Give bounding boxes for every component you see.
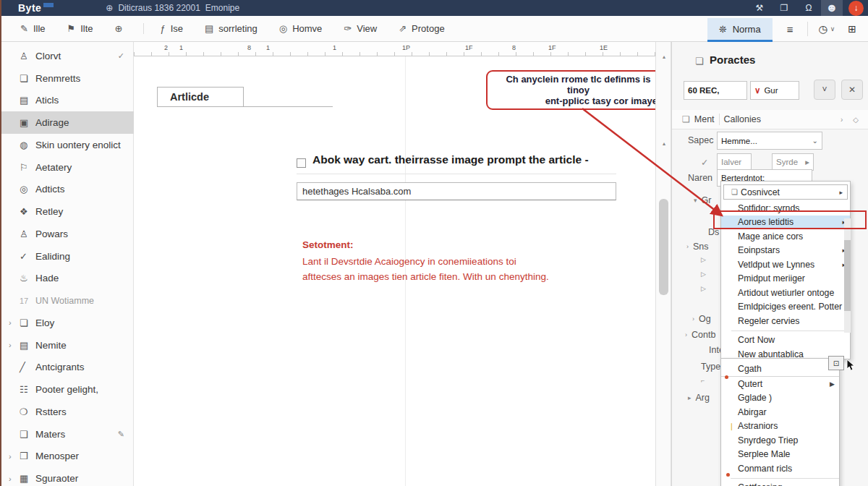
url-input[interactable] — [297, 182, 616, 200]
tree-node-label[interactable]: › Contb — [685, 330, 715, 340]
tree-node-label[interactable]: ▷ — [701, 270, 710, 278]
menu-item[interactable]: ❘ Astraniors — [721, 419, 839, 434]
sidebar-item[interactable]: › ▤ Nemite — [0, 334, 134, 357]
heading-checkbox[interactable] — [297, 158, 306, 168]
menu-item[interactable]: Aorues letidtis ▸ — [721, 216, 850, 230]
tree-node-label[interactable]: › Sns — [686, 242, 709, 252]
scrollbar-thumb[interactable] — [659, 199, 668, 295]
rec-field[interactable]: 60 REC, — [684, 81, 747, 100]
tree-expander-icon[interactable]: › — [692, 315, 694, 323]
diamond-icon[interactable]: ◇ — [853, 116, 859, 124]
account-button[interactable]: ☻ — [821, 0, 843, 16]
scroll-up-icon[interactable]: ▴ — [656, 54, 672, 60]
window-icon[interactable]: ❐ — [772, 3, 796, 13]
chevron-right-icon[interactable]: › — [9, 452, 20, 461]
menu-item[interactable]: Serplee Male — [721, 448, 839, 462]
view-mode-button[interactable]: ❊ Norma — [707, 18, 773, 42]
menu-item[interactable]: Eoinpstars ▸ — [721, 244, 850, 258]
tree-node-label[interactable]: ⌐ — [701, 377, 709, 384]
sidebar-item[interactable]: ♙ Powars — [0, 223, 134, 245]
sidebar-item[interactable]: ❖ Retley — [0, 200, 134, 223]
toolbar-menu-item[interactable]: ⚑ Ilte — [67, 23, 93, 34]
menu-item[interactable] — [721, 476, 839, 481]
tree-node-label[interactable]: ▸ Arg — [688, 393, 710, 403]
gur-dropdown[interactable]: ∨ Gur — [750, 81, 799, 100]
tree-expander-icon[interactable]: ⌐ — [701, 377, 705, 384]
menu-item[interactable]: Vetldput we Lynnes ▸ — [721, 257, 850, 272]
menu-item[interactable]: Sotfidor: syrnds — [721, 201, 850, 216]
sidebar-item[interactable]: ❏ Renmretts — [0, 67, 134, 90]
sidebar-item[interactable]: ♨ Hade — [0, 268, 134, 290]
ment-row[interactable]: ❏ Ment Callonies › ◇ — [672, 110, 868, 129]
tools-icon[interactable]: ⚒ — [747, 3, 772, 13]
chevron-right-icon[interactable]: › — [9, 341, 20, 349]
tree-expander-icon[interactable]: ▸ — [688, 394, 692, 401]
sidebar-item[interactable]: ◎ Adticts — [0, 179, 134, 201]
bell-icon[interactable]: Ω — [796, 3, 821, 13]
sidebar-item[interactable]: ❑ Maters ✎ — [0, 423, 134, 446]
history-dropdown[interactable]: ◷ ∨ — [808, 23, 845, 35]
tab-article[interactable]: Artlicde — [157, 87, 244, 107]
sidebar-item[interactable]: ▤ Aticls — [0, 90, 134, 112]
menu-item[interactable]: Abirgar — [721, 405, 839, 419]
sidebar-item[interactable]: ◍ Skin uontery enolict — [0, 134, 134, 156]
scroll-up-icon[interactable]: ▴ — [656, 140, 672, 147]
menu-item[interactable]: Mage anice cors — [721, 229, 850, 244]
layout-icon[interactable]: ⊞ — [845, 23, 868, 35]
sidebar-item[interactable]: ♙ Clorvt ✓ — [0, 45, 134, 67]
close-button[interactable]: ✕ — [841, 80, 863, 100]
menu-item[interactable]: Pmidput meriiger — [721, 272, 850, 286]
sapec-dropdown[interactable]: Hemme... ⌄ — [717, 132, 822, 150]
vertical-scrollbar[interactable]: ▴ ▴ — [655, 42, 671, 486]
toolbar-menu-item[interactable]: ◎ Homve — [279, 23, 323, 34]
confirm-button[interactable]: ˅ — [814, 80, 835, 100]
sidebar-item[interactable]: 17 UN Wotiamme — [0, 289, 134, 312]
menu-item[interactable]: Emldpiciges ereent. Potter — [721, 300, 850, 315]
hamburger-menu-icon[interactable]: ≡ — [773, 23, 808, 35]
ialver-field[interactable]: Ialver — [717, 153, 752, 171]
tree-expander-icon[interactable]: ▷ — [701, 285, 706, 292]
menu-item[interactable]: Regeler cervies — [721, 314, 850, 328]
tree-node-label[interactable]: ▷ — [701, 256, 710, 263]
menu-item[interactable]: Conmant ricls — [721, 461, 839, 476]
sidebar-item[interactable]: ╱ Antcigrants — [0, 357, 134, 379]
sidebar-item[interactable]: › ❒ Menosper — [0, 446, 134, 468]
menu-item[interactable]: Cattfecsing — [721, 481, 839, 486]
sidebar-item[interactable]: › ▦ Sguraoter — [0, 467, 134, 486]
toolbar-menu-item[interactable]: ▤ sorrleting — [205, 23, 258, 34]
tree-node-label[interactable]: ▾ Gr — [694, 195, 711, 205]
tree-expander-icon[interactable]: › — [686, 243, 689, 250]
tree-node-label[interactable]: ▷ — [701, 285, 710, 292]
menu-item[interactable]: ❏ Cosnivcet ▸ — [723, 184, 848, 200]
tree-expander-icon[interactable]: › — [685, 331, 687, 338]
sidebar-item[interactable]: ☷ Pooter gelight, — [0, 378, 134, 401]
tree-expander-icon[interactable]: ▷ — [701, 256, 706, 263]
toolbar-menu-item[interactable]: ⊕ — [115, 23, 145, 34]
toolbar-menu-item[interactable]: ✎ Ille — [20, 23, 46, 34]
menu-item[interactable] — [721, 328, 850, 333]
download-badge-button[interactable]: ↓ — [848, 1, 864, 16]
menu-item[interactable]: Cort Now — [721, 333, 850, 348]
toolbar-menu-item[interactable]: ✑ View — [344, 23, 377, 34]
menu-item[interactable]: Artidout wetiurler ontoge — [721, 286, 850, 300]
sidebar-item[interactable]: › ❏ Eloy — [0, 312, 134, 334]
tree-node-label[interactable]: › Og — [692, 314, 711, 324]
toolbar-menu-item[interactable]: ƒ Ise — [160, 23, 183, 34]
toolbar-menu-item[interactable]: ⇗ Protoge — [399, 23, 444, 34]
menu-item[interactable]: Cgath — [721, 361, 839, 377]
window-mini-icon[interactable]: ⊡ — [828, 356, 844, 370]
chevron-right-icon[interactable]: › — [9, 474, 20, 483]
syrde-field[interactable]: Syrde ▸ — [772, 153, 814, 171]
chevron-right-icon[interactable]: › — [9, 318, 20, 327]
tree-expander-icon[interactable]: ▷ — [701, 270, 706, 278]
menu-scrollbar-thumb[interactable] — [844, 240, 851, 311]
menu-item[interactable]: Snyrdego Triep — [721, 433, 839, 448]
sidebar-item[interactable]: ▣ Adirage — [0, 111, 134, 134]
sidebar-item[interactable]: ✓ Ealiding — [0, 245, 134, 268]
sidebar-item[interactable]: ❍ Rstters — [0, 401, 134, 423]
tree-node-label[interactable]: Ds — [704, 227, 719, 237]
sidebar-item[interactable]: ⚐ Aetatery — [0, 156, 134, 179]
chevron-right-icon[interactable]: › — [841, 116, 843, 124]
menu-item[interactable]: Gglade ) — [721, 391, 839, 406]
tree-expander-icon[interactable]: ▾ — [694, 197, 697, 204]
